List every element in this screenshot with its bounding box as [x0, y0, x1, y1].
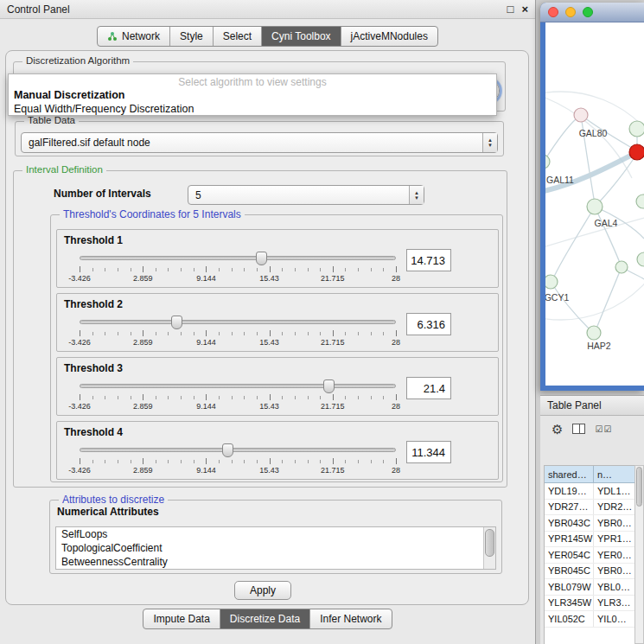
apply-button[interactable]: Apply — [234, 581, 291, 600]
threshold-slider[interactable]: -3.4262.8599.14415.4321.71528 — [80, 379, 396, 415]
table-cell: YBR043C — [545, 515, 594, 531]
network-node[interactable] — [637, 252, 644, 266]
scale-label: 9.144 — [196, 466, 216, 475]
tab-label: Network — [122, 30, 160, 42]
slider-track[interactable] — [80, 448, 396, 452]
tab-infer-network[interactable]: Infer Network — [309, 609, 391, 628]
gear-icon[interactable]: ⚙ — [552, 423, 563, 436]
algorithm-dropdown-popup: Select algorithm to view settings Manual… — [8, 73, 497, 116]
columns-icon[interactable] — [572, 424, 585, 434]
slider-handle[interactable] — [222, 443, 233, 457]
node-label: GCY1 — [545, 292, 569, 303]
network-node[interactable] — [629, 121, 644, 137]
dropdown-option-manual[interactable]: Manual Discretization — [9, 88, 496, 102]
table-row[interactable]: YIL052CYIL0… — [545, 611, 634, 628]
table-row[interactable]: YDL19…YDL1… — [545, 483, 634, 500]
threshold-value-field[interactable]: 21.4 — [406, 377, 451, 399]
threshold-slider[interactable]: -3.4262.8599.14415.4321.71528 — [80, 443, 396, 479]
table-panel-title: Table Panel — [547, 399, 602, 411]
threshold-label: Threshold 2 — [64, 298, 123, 310]
network-node[interactable] — [636, 194, 644, 208]
numerical-attributes-list[interactable]: SelfLoopsTopologicalCoefficientBetweenne… — [55, 526, 496, 570]
table-cell: YLR345W — [545, 596, 594, 611]
tab-discretize-data[interactable]: Discretize Data — [220, 609, 309, 628]
table-row[interactable]: YBL079WYBL0… — [545, 579, 634, 596]
network-node[interactable] — [587, 199, 603, 214]
network-node-selected[interactable] — [629, 144, 644, 160]
table-row[interactable]: YBR045CYBR0… — [545, 564, 634, 580]
threshold-value-field[interactable]: 11.344 — [406, 441, 451, 463]
threshold-label: Threshold 4 — [64, 426, 123, 438]
tab-label: Select — [223, 30, 252, 42]
table-row[interactable]: YLR345WYLR3… — [545, 596, 634, 612]
dropdown-placeholder-item[interactable]: Select algorithm to view settings — [9, 74, 496, 88]
slider-track[interactable] — [80, 384, 396, 388]
table-cell: YIL0… — [594, 611, 634, 627]
network-icon — [107, 31, 118, 41]
slider-handle[interactable] — [256, 252, 267, 265]
float-window-icon[interactable]: □ — [507, 3, 514, 15]
dropdown-option-equal-width[interactable]: Equal Width/Frequency Discretization — [9, 102, 496, 116]
tab-jactivemnodules[interactable]: jActiveMNodules — [341, 27, 437, 46]
tab-style[interactable]: Style — [169, 27, 213, 46]
network-node[interactable] — [545, 155, 550, 169]
network-node[interactable] — [545, 275, 558, 289]
select-columns-icon[interactable]: ☑☑ — [595, 424, 612, 434]
tab-cyni-toolbox[interactable]: Cyni Toolbox — [261, 27, 340, 46]
chevron-updown-icon[interactable]: ▲▼ — [482, 133, 497, 152]
number-of-intervals-combobox[interactable]: 5 ▲▼ — [188, 185, 424, 205]
network-window-titlebar — [540, 3, 644, 22]
scale-label: 15.43 — [259, 338, 279, 347]
table-row[interactable]: YBR043CYBR0… — [545, 515, 634, 532]
table-cell: YBR0… — [594, 564, 634, 579]
slider-handle[interactable] — [171, 316, 182, 329]
table-scrollbar[interactable] — [634, 465, 644, 644]
table-data-combobox[interactable]: galFiltered.sif default node ▲▼ — [21, 132, 498, 153]
threshold-value-field[interactable]: 14.713 — [406, 249, 451, 271]
network-canvas[interactable]: GAL80 GAL11 GAL4 GCY1 HAP2 — [545, 22, 644, 386]
network-node[interactable] — [587, 326, 601, 340]
list-item[interactable]: BetweennessCentrality — [56, 555, 483, 569]
network-view-window: GAL80 GAL11 GAL4 GCY1 HAP2 — [540, 3, 644, 391]
table-row[interactable]: YER054CYER0… — [545, 547, 634, 564]
mac-minimize-button[interactable] — [565, 7, 576, 17]
table-cell: YIL052C — [545, 611, 594, 627]
scale-label: -3.426 — [68, 466, 91, 475]
threshold-slider[interactable]: -3.4262.8599.14415.4321.71528 — [80, 315, 396, 351]
column-header[interactable]: n… — [594, 466, 634, 483]
scrollbar-thumb[interactable] — [485, 529, 494, 557]
mac-close-button[interactable] — [548, 7, 558, 17]
scrollbar-thumb[interactable] — [636, 467, 642, 507]
close-icon[interactable]: × — [521, 3, 528, 15]
slider-track[interactable] — [80, 320, 396, 324]
column-header[interactable]: shared… — [545, 466, 594, 483]
mac-zoom-button[interactable] — [583, 7, 593, 17]
tab-label: jActiveMNodules — [351, 30, 428, 42]
interval-definition-group: Interval Definition Number of Intervals … — [13, 170, 507, 488]
table-cell: YPR145W — [545, 532, 594, 547]
threshold-panel: Threshold 3 -3.4262.8599.14415.4321.7152… — [56, 357, 499, 416]
threshold-value-field[interactable]: 6.316 — [406, 313, 451, 335]
slider-handle[interactable] — [323, 379, 335, 393]
network-edge — [595, 207, 620, 263]
table-row[interactable]: YPR145WYPR1… — [545, 532, 634, 548]
chevron-updown-icon[interactable]: ▲▼ — [409, 186, 424, 204]
table-row[interactable]: YDR27…YDR2… — [545, 500, 634, 516]
tab-network[interactable]: Network — [98, 27, 169, 46]
list-item[interactable]: TopologicalCoefficient — [56, 541, 483, 555]
tab-select[interactable]: Select — [213, 27, 261, 46]
network-node[interactable] — [615, 261, 628, 273]
tab-impute-data[interactable]: Impute Data — [143, 609, 219, 628]
slider-track[interactable] — [80, 256, 396, 260]
scale-label: 9.144 — [196, 274, 216, 283]
scale-label: 21.715 — [321, 338, 345, 347]
threshold-slider[interactable]: -3.4262.8599.14415.4321.71528 — [80, 251, 396, 287]
group-title: Attributes to discretize — [59, 494, 168, 506]
list-item[interactable]: SelfLoops — [56, 527, 483, 541]
list-scrollbar[interactable] — [483, 527, 495, 569]
table-cell: YDL1… — [594, 483, 634, 499]
network-node[interactable] — [574, 108, 588, 122]
scale-label: -3.426 — [68, 274, 91, 283]
table-cell: YER0… — [594, 547, 634, 563]
table-data-group: Table Data galFiltered.sif default node … — [15, 121, 504, 156]
